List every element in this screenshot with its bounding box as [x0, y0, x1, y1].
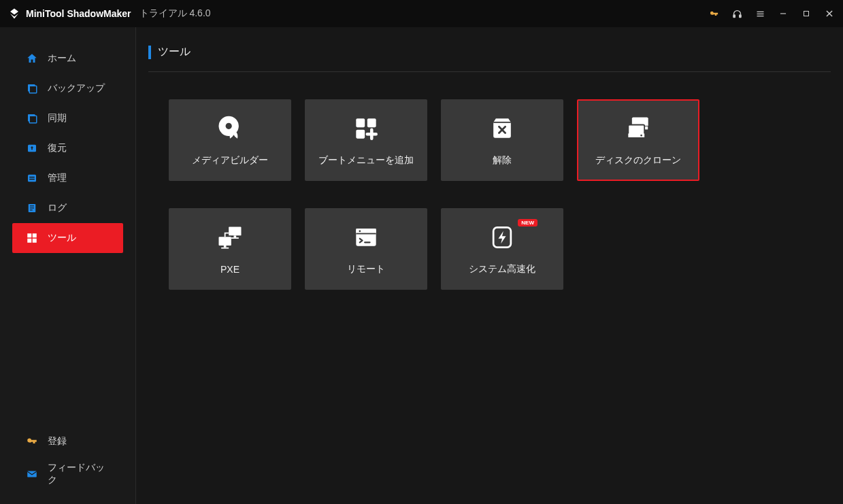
sidebar-item-backup[interactable]: バックアップ	[12, 73, 123, 103]
svg-rect-21	[27, 233, 31, 237]
svg-rect-41	[224, 246, 227, 248]
svg-rect-38	[234, 235, 237, 237]
tool-label: ブートメニューを追加	[318, 154, 414, 167]
svg-rect-1	[739, 14, 741, 17]
svg-point-36	[640, 135, 642, 137]
svg-rect-42	[221, 248, 229, 249]
box-x-icon	[486, 114, 518, 144]
app-logo-icon	[8, 7, 20, 20]
menu-icon[interactable]	[755, 8, 765, 19]
svg-rect-12	[29, 116, 37, 123]
sync-icon	[26, 112, 38, 124]
content-header: ツール	[148, 45, 831, 72]
close-icon[interactable]	[824, 8, 835, 19]
svg-point-46	[359, 230, 361, 232]
sidebar-label: ツール	[48, 232, 76, 244]
svg-rect-19	[30, 207, 34, 208]
mail-icon	[26, 468, 38, 480]
disc-flame-icon	[214, 114, 246, 144]
grid-plus-icon	[350, 114, 382, 144]
tool-label: ディスクのクローン	[595, 154, 681, 167]
sidebar-item-register[interactable]: 登録	[12, 425, 123, 458]
svg-rect-39	[231, 237, 239, 239]
lightning-box-icon	[486, 222, 518, 252]
sidebar-item-sync[interactable]: 同期	[12, 103, 123, 133]
sidebar-item-home[interactable]: ホーム	[12, 44, 123, 73]
tool-pxe[interactable]: PXE	[169, 208, 291, 290]
app-edition: トライアル 4.6.0	[139, 7, 211, 20]
tool-remote[interactable]: リモート	[305, 208, 427, 290]
svg-rect-40	[219, 237, 231, 246]
key-icon[interactable]	[708, 8, 719, 19]
sidebar-item-feedback[interactable]: フィードバック	[12, 458, 123, 490]
manage-icon	[26, 172, 38, 184]
titlebar-controls	[708, 8, 835, 19]
sidebar-item-tools[interactable]: ツール	[12, 223, 123, 253]
app-title: MiniTool ShadowMaker	[26, 8, 131, 19]
tool-grid: メディアビルダー ブートメニューを追加 解除 ディスクのクローン	[148, 99, 831, 290]
new-badge: NEW	[518, 219, 538, 226]
sidebar-label: ログ	[48, 202, 67, 214]
home-icon	[26, 52, 38, 65]
header-accent-bar	[148, 46, 151, 59]
svg-rect-4	[757, 16, 763, 16]
tool-disk-clone[interactable]: ディスクのクローン	[577, 99, 699, 181]
svg-rect-14	[28, 175, 36, 182]
tool-boot-menu[interactable]: ブートメニューを追加	[305, 99, 427, 181]
tool-unmount[interactable]: 解除	[441, 99, 563, 181]
sidebar-label: 登録	[48, 435, 67, 448]
svg-rect-15	[29, 177, 35, 178]
svg-rect-0	[733, 14, 735, 17]
sidebar-label: フィードバック	[48, 462, 110, 486]
log-icon	[26, 202, 38, 214]
network-computers-icon	[214, 223, 246, 253]
sidebar-label: バックアップ	[48, 82, 105, 95]
svg-rect-22	[33, 233, 37, 237]
sidebar-item-restore[interactable]: 復元	[12, 133, 123, 163]
svg-rect-25	[27, 471, 37, 477]
tool-media-builder[interactable]: メディアビルダー	[169, 99, 291, 181]
sidebar-label: 同期	[48, 112, 67, 124]
tool-system-boost[interactable]: NEW システム高速化	[441, 208, 563, 290]
sidebar-item-log[interactable]: ログ	[12, 193, 123, 223]
tool-label: リモート	[347, 263, 385, 275]
tool-label: 解除	[493, 154, 512, 167]
backup-icon	[26, 82, 38, 95]
svg-rect-24	[33, 239, 37, 243]
titlebar-left: MiniTool ShadowMaker トライアル 4.6.0	[8, 7, 211, 20]
svg-rect-23	[27, 239, 31, 243]
terminal-window-icon	[350, 222, 382, 252]
svg-rect-28	[356, 118, 365, 127]
svg-rect-18	[30, 205, 34, 206]
sidebar-item-manage[interactable]: 管理	[12, 163, 123, 193]
titlebar: MiniTool ShadowMaker トライアル 4.6.0	[0, 0, 843, 27]
headphones-icon[interactable]	[731, 8, 742, 19]
svg-rect-29	[367, 118, 376, 127]
minimize-icon[interactable]	[778, 8, 789, 19]
sidebar-label: 管理	[48, 172, 67, 184]
tool-label: システム高速化	[469, 263, 535, 275]
svg-rect-20	[30, 209, 33, 210]
svg-rect-5	[780, 13, 786, 14]
sidebar: ホーム バックアップ 同期 復元	[0, 27, 136, 504]
svg-rect-16	[29, 179, 35, 180]
svg-rect-37	[229, 227, 241, 236]
tools-grid-icon	[26, 232, 38, 244]
page-title: ツール	[158, 45, 191, 59]
svg-rect-6	[804, 12, 809, 16]
svg-rect-2	[757, 11, 763, 12]
restore-icon	[26, 142, 38, 154]
main: ホーム バックアップ 同期 復元	[0, 27, 843, 504]
sidebar-label: 復元	[48, 142, 67, 154]
sidebar-label: ホーム	[48, 52, 76, 65]
register-key-icon	[26, 435, 38, 448]
tool-label: メディアビルダー	[192, 154, 268, 167]
svg-rect-30	[356, 130, 365, 139]
svg-point-27	[226, 123, 232, 129]
svg-rect-3	[757, 13, 763, 14]
tool-label: PXE	[220, 264, 239, 275]
content: ツール メディアビルダー ブートメニューを追加 解除	[136, 27, 843, 504]
disk-clone-icon	[622, 114, 655, 144]
maximize-icon[interactable]	[801, 8, 812, 19]
svg-rect-10	[29, 86, 37, 93]
